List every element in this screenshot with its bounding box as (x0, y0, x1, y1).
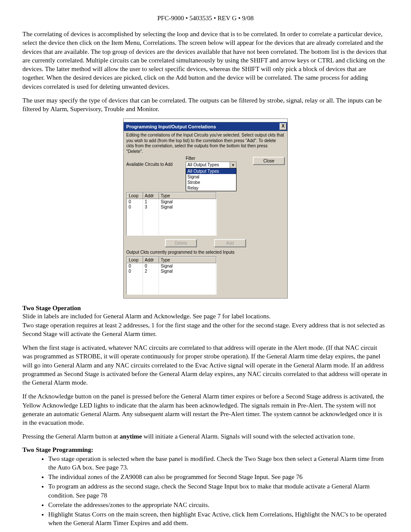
table-row[interactable]: 0 3 Signal (127, 204, 216, 209)
programmed-label: Output Ckts currently programmed to the … (126, 250, 285, 255)
available-label: Available Circuits to Add (126, 162, 182, 167)
bullet-list: Two stage operation is selected when the… (22, 454, 389, 528)
table-row[interactable]: 0 2 Signal (127, 268, 216, 274)
paragraph-general-alarm: Pressing the General Alarm button at any… (22, 432, 389, 441)
filter-option[interactable]: Signal (186, 174, 236, 180)
col-header-type: Type (159, 193, 216, 199)
col-header-addr: Addr (143, 193, 159, 199)
available-grid[interactable]: Loop Addr Type 0 1 Signal 0 3 Signal (126, 192, 217, 236)
close-button[interactable]: Close (253, 157, 285, 165)
filter-option[interactable]: Relay (186, 185, 236, 191)
paragraph-labels: Slide in labels are included for General… (22, 312, 389, 320)
add-button[interactable]: Add (214, 239, 246, 247)
dialog-titlebar: Programming Input/Output Correlations X (124, 122, 287, 131)
table-row[interactable]: 0 0 Signal (127, 263, 216, 269)
table-row[interactable]: 0 1 Signal (127, 199, 216, 205)
dialog-intro: Editing the correlations of the Input Ci… (126, 133, 285, 154)
programmed-grid[interactable]: Loop Addr Type 0 0 Signal 0 2 Signal (126, 256, 217, 295)
paragraph-acknowledge: If the Acknowledge button on the panel i… (22, 392, 389, 427)
paragraph-addresses: Two stage operation requires at least 2 … (22, 321, 389, 339)
dialog-title: Programming Input/Output Correlations (126, 124, 216, 129)
filter-option[interactable]: Strobe (186, 180, 236, 185)
page-header: PFC-9000 • 5403535 • REV G • 9/08 (22, 15, 389, 22)
chevron-down-icon[interactable]: ▼ (230, 162, 236, 168)
list-item: To program an address as the second stag… (48, 482, 389, 500)
close-icon[interactable]: X (280, 123, 286, 130)
delete-button[interactable]: Delete (165, 239, 197, 247)
col-header-addr: Addr (143, 257, 159, 263)
filter-label: Filter (186, 156, 237, 161)
paragraph-first-stage: When the first stage is activated, whate… (22, 343, 389, 387)
filter-combo[interactable]: All Output Types ▼ (186, 162, 237, 168)
list-item: Two stage operation is selected when the… (48, 454, 389, 472)
dialog-screenshot: Programming Input/Output Correlations X … (22, 118, 389, 299)
filter-option[interactable]: All Output Types (186, 168, 236, 174)
filter-dropdown-list[interactable]: All Output Types Signal Strobe Relay (186, 168, 237, 191)
col-header-type: Type (159, 257, 216, 263)
filter-value: All Output Types (186, 162, 230, 168)
heading-two-stage-programming: Two Stage Programming: (22, 446, 389, 454)
correlations-dialog: Programming Input/Output Correlations X … (123, 118, 288, 299)
list-item: Correlate the addresses/zones to the app… (48, 501, 389, 509)
col-header-loop: Loop (127, 193, 143, 199)
paragraph-correlate: The correlating of devices is accomplish… (22, 30, 389, 91)
col-header-loop: Loop (127, 257, 143, 263)
list-item: The individual zones of the ZA9008 can a… (48, 473, 389, 481)
list-item: Highlight Status Corrs on the main scree… (48, 510, 389, 528)
heading-two-stage-operation: Two Stage Operation (22, 305, 389, 312)
truncated-bar (124, 119, 287, 122)
paragraph-filter-types: The user may specify the type of devices… (22, 96, 389, 114)
